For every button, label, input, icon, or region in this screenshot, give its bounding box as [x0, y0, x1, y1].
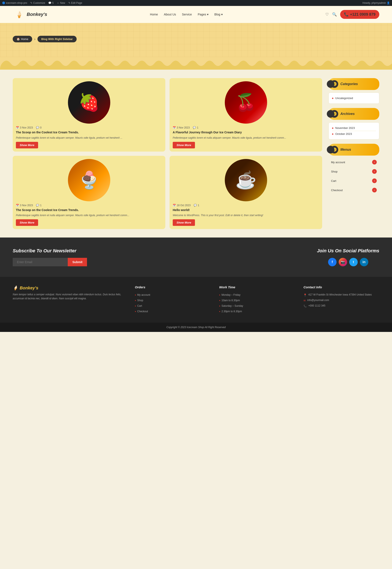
menu-label-shop: Shop: [331, 170, 337, 173]
post-excerpt-1: Pellentesque sagittis lorem et nulla ali…: [13, 136, 165, 142]
menus-title: Menus: [340, 148, 351, 152]
footer-address-text: 417 W Franklin St Winchester Iowa 47394 …: [308, 293, 372, 296]
nav-blog[interactable]: Blog ▾: [214, 13, 223, 16]
categories-header: 😊 Categories: [328, 78, 379, 90]
twitter-icon[interactable]: t: [349, 258, 358, 266]
post-date-4: 📅 18 Oct 2023: [173, 204, 191, 207]
footer-copyright: Copyright © 2023 Icecream Shop All Right…: [0, 323, 392, 332]
nav-about[interactable]: About Us: [164, 13, 176, 16]
admin-bar: 🔵 icecream-shop-pro ✎ Customize 💬 5 ＋ Ne…: [0, 0, 392, 6]
footer-worktime-title: Work Time: [219, 285, 295, 289]
archives-body: November 2023 October 2023: [328, 122, 379, 139]
menu-label-myaccount: My account: [331, 161, 345, 164]
post-card-4: ☕ 📅 18 Oct 2023 💬 1 Hello world! Welcome…: [169, 156, 322, 229]
nav-home[interactable]: Home: [150, 13, 158, 16]
admin-edit[interactable]: ✎ Edit Page: [68, 1, 82, 4]
footer-order-cart[interactable]: Cart: [135, 303, 210, 309]
nav-pages[interactable]: Pages ▾: [198, 13, 209, 16]
menu-item-cart[interactable]: Cart ›: [328, 177, 379, 185]
post-date-3: 📅 3 Nov 2023: [16, 204, 33, 207]
footer-order-myaccount[interactable]: My account: [135, 292, 210, 298]
post-comments-4: 💬 1: [194, 204, 199, 207]
footer-worktime-hours2: 2.30pm to 8.30pm: [219, 309, 295, 314]
hero-inner: 🏠 Home › Blog With Right Sidebar: [0, 23, 392, 57]
breadcrumb: 🏠 Home › Blog With Right Sidebar: [0, 23, 392, 49]
category-item-uncategorized[interactable]: Uncategorized: [332, 95, 376, 101]
hero-section: 🏠 Home › Blog With Right Sidebar: [0, 23, 392, 70]
footer-worktime-col: Work Time Monday – Friday 10am to 8.30pm…: [219, 285, 295, 314]
post-title-3: The Scoop on the Coolest Ice Cream Trend…: [13, 208, 165, 214]
post-comments-1: 💬 0: [36, 126, 42, 129]
menu-item-checkout[interactable]: Checkout ›: [328, 186, 379, 194]
menu-arrow-myaccount: ›: [372, 160, 377, 165]
admin-comments[interactable]: 💬 5: [48, 1, 54, 4]
home-icon: 🏠: [16, 38, 20, 41]
archive-item-november[interactable]: November 2023: [332, 125, 376, 131]
menu-item-myaccount[interactable]: My account ›: [328, 158, 379, 166]
copyright-text: Copyright © 2023 Icecream Shop All Right…: [166, 326, 226, 329]
post-title-2: A Flavorful Journey through Our Ice Crea…: [169, 130, 322, 136]
footer-worktime-weekend: Saturday – Sunday: [219, 303, 295, 309]
post-image-wrapper-3: 🍨: [13, 156, 165, 201]
site-logo-text: Bonkey's: [27, 12, 47, 17]
archives-widget: 😊 Archives November 2023 October 2023: [328, 108, 379, 139]
logo-icon: 🍦: [13, 8, 25, 21]
search-icon[interactable]: 🔍: [332, 12, 337, 17]
menu-label-cart: Cart: [331, 179, 336, 182]
footer-phone-text: +000 1112 345: [308, 304, 325, 307]
instagram-icon[interactable]: 📷: [339, 258, 347, 266]
menus-icon: 😊: [331, 146, 338, 153]
menu-item-shop[interactable]: Shop ›: [328, 167, 379, 176]
footer-contact-title: Contact Info: [304, 285, 379, 289]
categories-body: Uncategorized: [328, 93, 379, 104]
admin-new[interactable]: ＋ New: [57, 1, 65, 5]
show-more-button-3[interactable]: Show More: [16, 219, 38, 226]
footer-email-text: info@yourmail.com: [307, 299, 329, 302]
menu-arrow-shop: ›: [372, 169, 377, 174]
breadcrumb-home-link[interactable]: 🏠 Home: [13, 36, 32, 42]
archive-item-october[interactable]: October 2023: [332, 131, 376, 137]
post-meta-4: 📅 18 Oct 2023 💬 1: [169, 201, 322, 208]
post-meta-3: 📅 3 Nov 2023 💬 1: [13, 201, 165, 208]
categories-widget: 😊 Categories Uncategorized: [328, 78, 379, 104]
categories-title: Categories: [340, 82, 358, 86]
post-image-3: 🍨: [68, 159, 110, 201]
wishlist-icon[interactable]: ♡: [325, 12, 329, 17]
footer-worktime-hours1: 10am to 8.30pm: [219, 298, 295, 303]
show-more-button-4[interactable]: Show More: [173, 219, 195, 226]
email-icon: ✉: [304, 299, 306, 302]
footer-orders-title: Orders: [135, 285, 210, 289]
main-nav: Home About Us Service Pages ▾ Blog ▾: [150, 13, 223, 16]
post-meta-1: 📅 3 Nov 2023 💬 0: [13, 124, 165, 130]
show-more-button-2[interactable]: Show More: [173, 142, 195, 148]
post-image-wrapper-4: ☕: [169, 156, 322, 201]
nav-service[interactable]: Service: [182, 13, 192, 16]
footer-contact-col: Contact Info 📍 417 W Franklin St Winches…: [304, 285, 379, 314]
address-icon: 📍: [304, 294, 307, 297]
post-image-1: 🍓: [68, 81, 110, 124]
phone-icon: 📞: [344, 12, 349, 17]
newsletter-email-input[interactable]: [13, 258, 68, 266]
post-meta-2: 📅 3 Nov 2023 💬 1: [169, 124, 322, 130]
admin-user[interactable]: Howdy, phpmyadmin 👤: [363, 1, 390, 4]
menus-body: My account › Shop › Cart › Checkout ›: [328, 158, 379, 194]
post-excerpt-2: Pellentesque sagittis lorem et nulla ali…: [169, 136, 322, 142]
footer-contact-phone: 📞 +000 1112 345: [304, 303, 379, 309]
footer-brand-description: Nam tempor tellus a semper volutpat. Nun…: [13, 292, 126, 301]
linkedin-icon[interactable]: in: [360, 258, 368, 266]
footer-order-shop[interactable]: Shop: [135, 298, 210, 303]
categories-icon: 😊: [331, 80, 338, 88]
facebook-icon[interactable]: f: [328, 258, 336, 266]
social-title: Join Us On Social Platforms: [317, 248, 379, 254]
post-card-3: 🍨 📅 3 Nov 2023 💬 1 The Scoop on the Cool…: [13, 156, 165, 229]
admin-customize[interactable]: ✎ Customize: [30, 1, 45, 4]
footer-logo-icon: 🍦: [13, 285, 18, 291]
footer-order-checkout[interactable]: Checkout: [135, 309, 210, 314]
show-more-button-1[interactable]: Show More: [16, 142, 38, 148]
admin-logo[interactable]: 🔵 icecream-shop-pro: [2, 1, 27, 4]
footer-worktime-list: Monday – Friday 10am to 8.30pm Saturday …: [219, 292, 295, 314]
footer-orders-col: Orders My account Shop Cart Checkout: [135, 285, 210, 314]
newsletter-submit-button[interactable]: Submit: [68, 258, 87, 266]
phone-button[interactable]: 📞 +121 0909 879: [340, 10, 379, 19]
site-header: 🍦 Bonkey's Home About Us Service Pages ▾…: [0, 6, 392, 23]
